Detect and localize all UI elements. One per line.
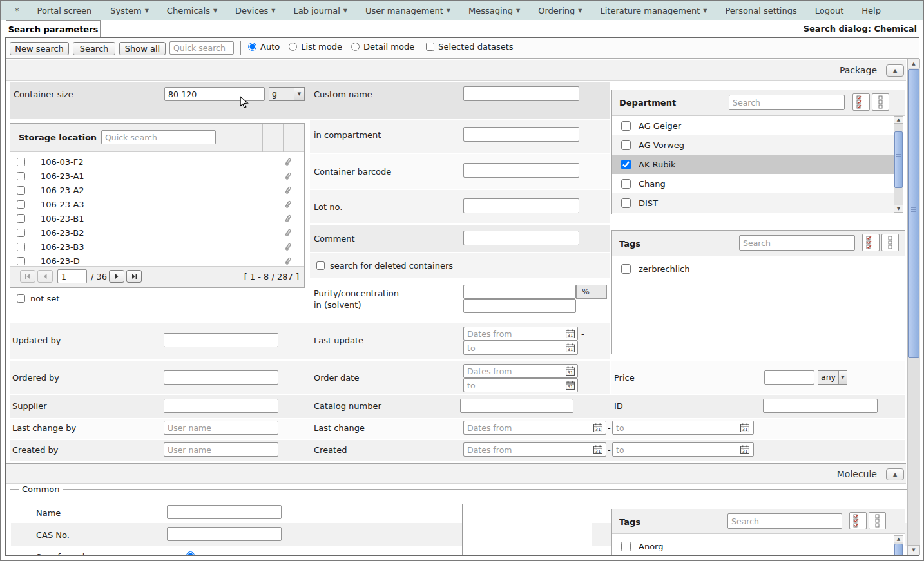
id-input[interactable] (763, 399, 878, 413)
calendar-icon[interactable]: 31 (566, 343, 575, 352)
menu-item-chemicals[interactable]: Chemicals▼ (158, 6, 226, 15)
paperclip-icon[interactable] (282, 241, 294, 253)
menu-item-devices[interactable]: Devices▼ (226, 6, 284, 15)
table-row[interactable]: 106-23-B3 (17, 240, 297, 254)
sum-formula-radio[interactable] (186, 551, 195, 555)
quick-search-input[interactable] (169, 41, 234, 55)
last-update-to-input[interactable] (463, 341, 578, 355)
catalog-number-input[interactable] (460, 399, 573, 413)
scroll-up-icon[interactable]: ▲ (894, 535, 903, 542)
storage-row-checkbox[interactable] (17, 186, 25, 195)
molecule-name-input[interactable] (167, 505, 282, 519)
purity-input[interactable] (463, 285, 576, 299)
created-by-input[interactable] (164, 442, 278, 457)
department-checkbox[interactable] (621, 179, 631, 189)
scroll-down-icon[interactable]: ▼ (894, 205, 903, 213)
check-all-button[interactable] (852, 93, 870, 111)
menu-item-home[interactable]: * (1, 6, 28, 15)
list-item[interactable]: DIST (612, 193, 894, 213)
list-item[interactable]: AG Geiger (612, 116, 894, 135)
container-size-unit-select[interactable]: g ▼ (269, 87, 305, 101)
ordered-by-input[interactable] (164, 370, 278, 385)
menu-item-ordering[interactable]: Ordering▼ (529, 6, 591, 15)
updated-by-input[interactable] (164, 333, 278, 347)
menu-item-system[interactable]: System▼ (101, 6, 158, 15)
storage-row-checkbox[interactable] (17, 243, 25, 251)
uncheck-all-button[interactable] (881, 234, 899, 251)
scroll-up-icon[interactable]: ▲ (907, 59, 920, 68)
list-item-selected[interactable]: AK Rubik (612, 155, 894, 174)
main-scrollbar-thumb[interactable] (908, 69, 919, 358)
list-item[interactable]: Chang (612, 174, 894, 193)
check-all-button[interactable] (862, 234, 880, 251)
mode-list-radio[interactable] (289, 43, 297, 51)
calendar-icon[interactable]: 31 (566, 381, 575, 390)
list-item[interactable]: zerbrechlich (612, 260, 903, 278)
order-date-from-input[interactable] (463, 364, 578, 378)
storage-row-checkbox[interactable] (17, 257, 25, 265)
tab-search-parameters[interactable]: Search parameters (6, 20, 101, 37)
menu-item-portal-screen[interactable]: Portal screen (28, 6, 101, 15)
price-input[interactable] (764, 370, 814, 385)
supplier-input[interactable] (164, 399, 278, 413)
paperclip-icon[interactable] (282, 184, 294, 196)
last-change-by-input[interactable] (164, 421, 278, 435)
paperclip-icon[interactable] (282, 255, 294, 267)
department-checkbox[interactable] (621, 198, 631, 208)
mode-auto-radio[interactable] (248, 43, 256, 51)
department-checkbox[interactable] (621, 140, 631, 150)
next-page-button[interactable] (109, 270, 124, 283)
list-item[interactable]: Anorg (612, 537, 894, 555)
page-number-input[interactable] (57, 269, 87, 283)
molecule-tags-search-input[interactable] (727, 513, 842, 529)
storage-row-checkbox[interactable] (17, 158, 25, 166)
created-from-input[interactable] (463, 442, 606, 457)
paperclip-icon[interactable] (282, 227, 294, 239)
tags-search-input[interactable] (739, 235, 855, 251)
solvent-input[interactable] (463, 299, 576, 313)
last-change-to-input[interactable] (612, 421, 754, 435)
menu-item-help[interactable]: Help (852, 6, 890, 15)
order-date-to-input[interactable] (463, 378, 578, 392)
department-scrollbar-thumb[interactable] (894, 131, 903, 188)
paperclip-icon[interactable] (282, 198, 294, 211)
molecule-tags-scrollbar-thumb[interactable] (894, 544, 903, 555)
tag-checkbox[interactable] (621, 264, 631, 274)
department-search-input[interactable] (729, 95, 845, 110)
price-compare-select[interactable]: any ▼ (818, 370, 847, 385)
tag-checkbox[interactable] (621, 542, 631, 551)
calendar-icon[interactable]: 31 (566, 329, 575, 338)
lot-no-input[interactable] (463, 198, 579, 213)
molecule-collapse-button[interactable]: ▲ (886, 468, 904, 480)
calendar-icon[interactable]: 31 (566, 366, 575, 376)
menu-item-personal-settings[interactable]: Personal settings (716, 6, 805, 15)
table-row[interactable]: 106-23-B1 (17, 211, 297, 225)
menu-item-user-management[interactable]: User management▼ (356, 6, 459, 15)
package-collapse-button[interactable]: ▲ (886, 64, 904, 77)
table-row[interactable]: 106-23-A2 (17, 183, 297, 197)
storage-row-checkbox[interactable] (17, 214, 25, 223)
calendar-icon[interactable]: 31 (740, 423, 749, 432)
paperclip-icon[interactable] (282, 170, 294, 182)
table-row[interactable]: 106-23-B2 (17, 225, 297, 240)
prev-page-button[interactable] (37, 270, 53, 283)
table-row[interactable]: 106-23-A3 (17, 197, 297, 211)
created-to-input[interactable] (612, 442, 754, 457)
in-compartment-input[interactable] (463, 127, 579, 142)
table-row[interactable]: 106-03-F2 (17, 155, 297, 169)
storage-row-checkbox[interactable] (17, 229, 25, 237)
department-checkbox[interactable] (621, 160, 631, 169)
list-item[interactable]: AG Vorweg (612, 135, 894, 155)
new-search-button[interactable]: New search (10, 42, 69, 55)
cas-no-input[interactable] (167, 527, 282, 541)
storage-row-checkbox[interactable] (17, 200, 25, 209)
last-page-button[interactable] (126, 270, 142, 283)
check-all-button[interactable] (849, 512, 867, 529)
storage-row-checkbox[interactable] (17, 172, 25, 180)
calendar-icon[interactable]: 31 (593, 445, 602, 454)
show-all-button[interactable]: Show all (119, 42, 166, 55)
calendar-icon[interactable]: 31 (740, 445, 749, 454)
last-update-from-input[interactable] (463, 327, 578, 341)
department-checkbox[interactable] (621, 121, 631, 131)
calendar-icon[interactable]: 31 (593, 423, 602, 432)
